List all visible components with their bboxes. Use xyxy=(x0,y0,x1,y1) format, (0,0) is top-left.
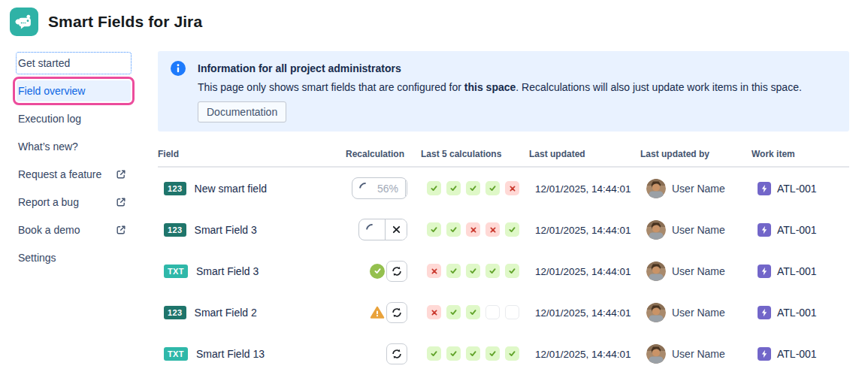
calc-result-ok xyxy=(427,222,441,237)
info-icon xyxy=(171,61,186,76)
user-name: User Name xyxy=(672,224,725,236)
column-header[interactable]: Last updated by xyxy=(640,149,752,159)
last5-results xyxy=(427,346,519,361)
last-updated-cell: 12/01/2025, 14:44:01 xyxy=(535,306,646,319)
calc-result-ok xyxy=(466,346,480,361)
cancel-recalculation-button[interactable] xyxy=(385,219,407,240)
work-item-cell: ATL-001 xyxy=(758,182,849,195)
sidebar-item-label: What’s new? xyxy=(18,140,78,153)
last5-results xyxy=(427,222,519,237)
calc-result-ok xyxy=(427,181,441,195)
last-updated-value: 12/01/2025, 14:44:01 xyxy=(535,183,631,195)
sidebar-item-label: Request a feature xyxy=(18,168,101,181)
last5-cell xyxy=(427,222,535,237)
column-header[interactable]: Last updated xyxy=(529,149,640,159)
progress-percent: 56% xyxy=(377,183,398,195)
work-item-cell: ATL-001 xyxy=(758,306,849,319)
progress-segment: 56% xyxy=(352,178,405,198)
warning-status-icon xyxy=(370,305,385,320)
sidebar-item-label: Execution log xyxy=(18,112,81,125)
calc-result-fail xyxy=(427,305,441,319)
column-header[interactable]: Work item xyxy=(752,149,849,159)
spinner-icon xyxy=(357,180,374,197)
calc-result-fail xyxy=(485,222,500,237)
calc-result-ok xyxy=(485,346,500,361)
last5-cell xyxy=(427,264,535,278)
sidebar-item-request-a-feature[interactable]: Request a feature xyxy=(17,164,131,185)
user-name: User Name xyxy=(672,348,725,360)
calc-result-ok xyxy=(505,222,519,237)
success-status-icon xyxy=(370,264,385,279)
work-item-key[interactable]: ATL-001 xyxy=(777,224,817,236)
work-item-key[interactable]: ATL-001 xyxy=(777,307,817,319)
app-logo-icon xyxy=(10,8,38,36)
last-updated-by-cell: User Name xyxy=(646,220,758,240)
last-updated-cell: 12/01/2025, 14:44:01 xyxy=(535,347,646,361)
user-name: User Name xyxy=(672,183,725,195)
field-cell: TXT Smart Field 3 xyxy=(164,265,352,278)
recalculation-cell xyxy=(352,219,427,240)
column-header[interactable]: Field xyxy=(158,149,346,159)
work-item-cell: ATL-001 xyxy=(758,223,849,237)
last5-cell xyxy=(427,181,535,195)
last-updated-by-cell: User Name xyxy=(646,262,758,281)
table-row: 123 New smart field 56% 12/01/2025, 14:4… xyxy=(158,168,849,209)
calc-result-ok xyxy=(446,181,461,195)
calc-result-ok xyxy=(446,346,461,361)
calc-result-empty xyxy=(505,305,519,319)
lightning-bolt-icon xyxy=(758,347,771,361)
calc-result-ok xyxy=(485,264,500,278)
table-row: 123 Smart Field 2 xyxy=(158,292,849,333)
work-item-key[interactable]: ATL-001 xyxy=(777,265,817,277)
refresh-button[interactable] xyxy=(386,261,407,282)
recalculation-status xyxy=(370,302,407,323)
table-row: 123 Smart Field 3 12/01/2025, 14:44:01 xyxy=(158,209,849,250)
sidebar-item-label: Report a bug xyxy=(18,195,79,209)
progress-segment xyxy=(359,219,385,240)
refresh-button[interactable] xyxy=(386,302,407,323)
sidebar-item-execution-log[interactable]: Execution log xyxy=(17,108,131,129)
info-banner: Information for all project administrato… xyxy=(158,51,849,132)
sidebar-item-field-overview[interactable]: Field overview xyxy=(17,80,131,101)
recalculation-cell xyxy=(352,261,427,282)
work-item-key[interactable]: ATL-001 xyxy=(777,348,817,360)
sidebar-item-get-started[interactable]: Get started xyxy=(17,53,131,74)
last-updated-by-cell: User Name xyxy=(646,179,758,198)
sidebar-item-book-a-demo[interactable]: Book a demo xyxy=(17,219,131,240)
recalculation-cell: 56% xyxy=(352,177,427,199)
last5-results xyxy=(427,181,519,195)
sidebar-item-settings[interactable]: Settings xyxy=(17,247,131,268)
user-avatar xyxy=(646,344,666,364)
recalculation-cell xyxy=(352,302,427,323)
column-header[interactable]: Last 5 calculations xyxy=(421,149,529,159)
documentation-button[interactable]: Documentation xyxy=(198,101,286,122)
work-item-cell: ATL-001 xyxy=(758,347,849,361)
user-avatar xyxy=(646,220,666,240)
external-link-icon xyxy=(116,197,126,207)
recalculation-progress xyxy=(358,219,407,240)
calc-result-ok xyxy=(446,305,461,319)
page-title: Smart Fields for Jira xyxy=(48,13,202,31)
column-header[interactable]: Recalculation xyxy=(346,149,421,159)
banner-title: Information for all project administrato… xyxy=(198,61,834,76)
last-updated-cell: 12/01/2025, 14:44:01 xyxy=(535,223,646,237)
calc-result-ok xyxy=(485,181,500,195)
lightning-bolt-icon xyxy=(758,306,771,319)
calc-result-fail xyxy=(427,264,441,278)
sidebar-item-label: Get started xyxy=(18,56,70,70)
work-item-key[interactable]: ATL-001 xyxy=(777,183,817,195)
table-row: TXT Smart Field 13 1 xyxy=(158,333,849,374)
cancel-recalculation-button[interactable] xyxy=(405,178,407,198)
sidebar-item-report-a-bug[interactable]: Report a bug xyxy=(17,192,131,213)
last-updated-cell: 12/01/2025, 14:44:01 xyxy=(535,265,646,278)
external-link-icon xyxy=(116,169,126,180)
last-updated-value: 12/01/2025, 14:44:01 xyxy=(535,349,631,360)
banner-body: This page only shows smart fields that a… xyxy=(198,80,834,95)
table-header-row: FieldRecalculationLast 5 calculationsLas… xyxy=(158,144,849,168)
last-updated-value: 12/01/2025, 14:44:01 xyxy=(535,307,631,319)
user-name: User Name xyxy=(672,265,725,277)
sidebar-item-what-s-new[interactable]: What’s new? xyxy=(17,136,131,157)
refresh-button[interactable] xyxy=(386,343,407,364)
last-updated-by-cell: User Name xyxy=(646,344,758,364)
field-name: Smart Field 3 xyxy=(195,224,257,236)
